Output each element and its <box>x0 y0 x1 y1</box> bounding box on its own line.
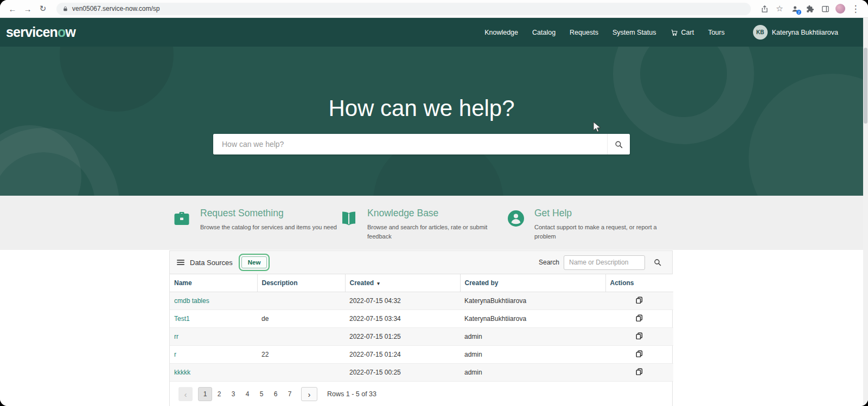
cell-description <box>257 328 345 346</box>
nav-system-status[interactable]: System Status <box>612 29 656 36</box>
user-avatar: KB <box>753 25 768 40</box>
hero-banner: How can we help? <box>0 47 868 196</box>
servicenow-logo[interactable]: servicenow <box>6 24 75 40</box>
address-bar[interactable]: ven05067.service-now.com/sp <box>56 3 751 15</box>
feature-description: Contact support to make a request, or re… <box>534 223 674 241</box>
cell-created: 2022-07-15 01:24 <box>345 346 460 364</box>
data-sources-table: Name Description Created▾ Created by Act… <box>170 274 673 382</box>
hero-search-input[interactable] <box>213 134 607 154</box>
feature-title[interactable]: Knowledge Base <box>367 208 507 219</box>
page-button-3[interactable]: 3 <box>226 387 240 401</box>
nav-catalog[interactable]: Catalog <box>532 29 556 36</box>
feature-title[interactable]: Request Something <box>200 208 340 219</box>
share-icon[interactable] <box>757 2 771 16</box>
widget-search-button[interactable] <box>649 255 666 270</box>
page-content: Data Sources New Search Name <box>0 250 868 406</box>
url-text: ven05067.service-now.com/sp <box>72 5 159 12</box>
page-scrollbar[interactable] <box>863 18 868 406</box>
person-icon <box>506 209 526 228</box>
table-row: cmdb tables 2022-07-15 04:32 KaterynaBuk… <box>170 292 673 310</box>
nav-cart[interactable]: Cart <box>671 29 694 36</box>
bookmark-star-icon[interactable]: ☆ <box>773 2 787 16</box>
row-action-icon[interactable] <box>636 350 643 359</box>
record-link[interactable]: Test1 <box>174 315 190 323</box>
portal-header: servicenow Knowledge Catalog Requests Sy… <box>0 18 868 47</box>
book-icon <box>339 209 359 228</box>
widget-title: Data Sources <box>190 259 233 267</box>
reload-icon[interactable]: ↻ <box>36 2 50 16</box>
browser-profile-avatar[interactable] <box>833 2 847 16</box>
cell-created: 2022-07-15 03:34 <box>345 310 460 328</box>
cell-created-by: KaterynaBukhtiiarova <box>460 292 605 310</box>
feature-shortcuts: Request Something Browse the catalog for… <box>0 196 868 250</box>
feature-title[interactable]: Get Help <box>534 208 674 219</box>
extensions-puzzle-icon[interactable] <box>803 2 817 16</box>
table-row: r 22 2022-07-15 01:24 admin <box>170 346 673 364</box>
page-button-2[interactable]: 2 <box>212 387 226 401</box>
portal-nav: Knowledge Catalog Requests System Status… <box>484 25 838 40</box>
widget-header: Data Sources New Search <box>170 251 672 274</box>
col-created-by[interactable]: Created by <box>460 274 605 292</box>
col-name[interactable]: Name <box>170 274 257 292</box>
feature-get-help[interactable]: Get Help Contact support to make a reque… <box>506 208 669 250</box>
cart-icon <box>671 29 678 36</box>
search-icon <box>653 258 662 267</box>
cell-created-by: admin <box>460 346 605 364</box>
cell-created: 2022-07-15 00:25 <box>345 364 460 382</box>
user-menu[interactable]: KB Kateryna Bukhtiiarova <box>753 25 838 40</box>
side-panel-icon[interactable] <box>818 2 832 16</box>
table-row: Test1 de 2022-07-15 03:34 KaterynaBukhti… <box>170 310 673 328</box>
page-button-4[interactable]: 4 <box>240 387 254 401</box>
row-action-icon[interactable] <box>636 332 643 341</box>
hero-search-button[interactable] <box>607 134 630 154</box>
cell-created-by: admin <box>460 328 605 346</box>
chevron-left-icon: ‹ <box>178 387 193 401</box>
record-link[interactable]: cmdb tables <box>174 297 209 305</box>
profile-badge-icon[interactable]: 2 <box>788 2 802 16</box>
user-name: Kateryna Bukhtiiarova <box>772 29 838 36</box>
cell-description <box>257 364 345 382</box>
extension-count-badge: 2 <box>796 10 801 15</box>
feature-request-something[interactable]: Request Something Browse the catalog for… <box>172 208 335 250</box>
forward-icon[interactable]: → <box>21 2 35 16</box>
table-row: kkkkk 2022-07-15 00:25 admin <box>170 364 673 382</box>
row-action-icon[interactable] <box>636 368 643 377</box>
page-button-1[interactable]: 1 <box>198 387 212 401</box>
nav-tours[interactable]: Tours <box>708 29 725 36</box>
table-header-row: Name Description Created▾ Created by Act… <box>170 274 673 292</box>
chevron-right-icon[interactable]: › <box>301 387 317 401</box>
cell-description <box>257 292 345 310</box>
col-created[interactable]: Created▾ <box>345 274 460 292</box>
feature-knowledge-base[interactable]: Knowledge Base Browse and search for art… <box>339 208 502 250</box>
browser-menu-icon[interactable]: ⋮ <box>848 2 863 16</box>
browser-window: ← → ↻ ven05067.service-now.com/sp ☆ 2 ⋮ … <box>0 0 868 406</box>
nav-knowledge[interactable]: Knowledge <box>484 29 518 36</box>
page-button-6[interactable]: 6 <box>269 387 283 401</box>
search-icon <box>614 140 623 149</box>
widget-search: Search <box>539 255 666 270</box>
record-link[interactable]: kkkkk <box>174 369 190 376</box>
page-button-5[interactable]: 5 <box>254 387 269 401</box>
record-link[interactable]: rr <box>174 333 178 340</box>
data-sources-widget: Data Sources New Search Name <box>169 250 673 406</box>
pagination: ‹ 1 2 3 4 5 6 7 › Rows 1 - 5 of 33 <box>170 382 672 406</box>
cell-created: 2022-07-15 01:25 <box>345 328 460 346</box>
cell-created-by: KaterynaBukhtiiarova <box>460 310 605 328</box>
widget-search-input[interactable] <box>564 255 645 270</box>
record-link[interactable]: r <box>174 351 176 358</box>
cell-created: 2022-07-15 04:32 <box>345 292 460 310</box>
hero-search-bar <box>213 134 630 154</box>
col-description[interactable]: Description <box>257 274 345 292</box>
lock-icon <box>62 6 68 12</box>
new-button[interactable]: New <box>241 256 267 268</box>
col-actions: Actions <box>605 274 673 292</box>
feature-description: Browse the catalog for services and item… <box>200 223 340 232</box>
row-action-icon[interactable] <box>636 297 643 305</box>
hamburger-icon[interactable] <box>176 259 185 266</box>
scrollbar-thumb[interactable] <box>864 48 867 124</box>
back-icon[interactable]: ← <box>5 2 20 16</box>
row-action-icon[interactable] <box>636 314 643 323</box>
page-button-7[interactable]: 7 <box>283 387 297 401</box>
table-row: rr 2022-07-15 01:25 admin <box>170 328 673 346</box>
nav-requests[interactable]: Requests <box>570 29 598 36</box>
